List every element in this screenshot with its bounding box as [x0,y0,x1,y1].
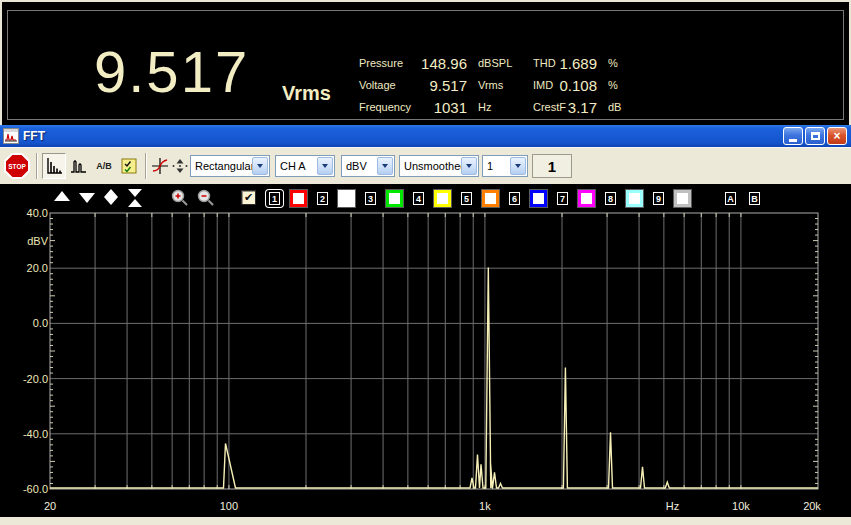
measurement-setup-button[interactable] [117,153,141,179]
minimize-button[interactable] [783,127,803,145]
svg-text:-40.0: -40.0 [23,428,48,440]
zoom-in-button[interactable] [170,188,190,212]
svg-text:Hz: Hz [666,500,679,512]
reading-value: 9.517 [405,77,469,94]
chevron-down-icon[interactable] [510,157,526,175]
cursor-markers-button[interactable] [170,153,190,179]
graph-client-area: 40.020.00.0-20.0-40.0-60.0dBV201001kHz10… [0,184,851,517]
zoom-out-icon [196,188,216,208]
reading-value: 1031 [405,99,469,116]
hourglass-icon [128,189,142,197]
curve-color-swatch-4[interactable] [434,190,451,207]
reading-unit: dBSPL [469,57,519,69]
combo-averages[interactable]: 1 [482,155,528,177]
zoom-in-icon [170,188,190,208]
chevron-down-icon[interactable] [377,157,393,175]
combo-smoothing[interactable]: Unsmoothed [399,155,479,177]
curve-color-swatch-5[interactable] [482,190,499,207]
maximize-button[interactable] [805,127,825,145]
reading-unit: % [599,57,629,69]
chevron-down-icon[interactable] [461,157,477,175]
spectrum-view-button[interactable] [42,153,66,179]
curve-color-swatch-7[interactable] [578,190,595,207]
curve-button-1[interactable]: 1 [266,190,283,207]
time-record-button[interactable] [67,153,91,179]
curve-button-7[interactable]: 7 [554,190,571,207]
scale-down-button[interactable] [79,193,95,203]
check-icon: ✔ [244,191,253,204]
minimize-icon [789,139,797,142]
average-counter: 1 [532,154,572,178]
curve-button-5[interactable]: 5 [458,190,475,207]
svg-text:40.0: 40.0 [27,207,48,219]
curve-button-8[interactable]: 8 [602,190,619,207]
reading-unit: Vrms [469,79,519,91]
combo-channel-value: CH A [276,160,317,172]
diamond-icon [104,189,118,197]
stop-button[interactable]: STOP [4,153,30,179]
reading-label: IMD [519,79,559,91]
reading-label: Voltage [359,79,405,91]
zoom-out-button[interactable] [196,188,216,212]
reading-label: Frequency [359,101,405,113]
curve-button-4[interactable]: 4 [410,190,427,207]
scale-up-button[interactable] [54,191,70,201]
curve-button-2[interactable]: 2 [314,190,331,207]
curve-color-swatch-9[interactable] [674,190,691,207]
setup-checklist-icon [119,156,139,176]
signal-record-icon [69,156,89,176]
main-value: 9.517 [94,38,249,105]
combo-smoothing-value: Unsmoothed [400,160,461,172]
reading-unit: Hz [469,101,519,113]
cursor-markers-icon [170,156,190,176]
curve-color-swatch-6[interactable] [530,190,547,207]
meter-readings: Pressure148.96dBSPLTHD1.689%Voltage9.517… [359,52,629,118]
arta-spectrum-analyzer: { "measurement_panel": { "main_value": "… [0,0,851,525]
svg-text:-60.0: -60.0 [23,483,48,495]
curve-button-6[interactable]: 6 [506,190,523,207]
fft-window: FFT × STOP A/B [0,125,851,525]
svg-text:dBV: dBV [27,235,48,247]
toolbar-separator [145,153,146,179]
overlay-ab-button[interactable]: A/B [92,153,116,179]
stop-icon: STOP [4,153,30,179]
curve-button-9[interactable]: 9 [650,190,667,207]
svg-text:20k: 20k [803,500,821,512]
curve-color-swatch-2[interactable] [338,190,355,207]
svg-text:0.0: 0.0 [33,317,48,329]
overlay-checkbox[interactable]: ✔ [241,190,256,205]
maximize-icon [811,132,820,140]
reading-unit: % [599,79,629,91]
reading-value: 0.108 [559,77,599,94]
overlay-b-button[interactable]: B [746,190,763,207]
combo-magnitude-unit-value: dBV [342,160,377,172]
reading-label: CrestF [519,101,559,113]
combo-fft-window-function[interactable]: Rectangular [190,155,270,177]
curve-color-swatch-1[interactable] [290,190,307,207]
combo-averages-value: 1 [483,160,510,172]
reading-value: 3.17 [559,99,599,116]
svg-text:20: 20 [44,500,56,512]
reading-value: 1.689 [559,55,599,72]
ab-overlay-icon: A/B [96,161,112,171]
combo-fft-window-function-value: Rectangular [191,160,252,172]
curve-color-swatch-3[interactable] [386,190,403,207]
curve-color-swatch-8[interactable] [626,190,643,207]
toolbar: STOP A/B [0,147,851,184]
svg-text:10k: 10k [732,500,750,512]
scaling-button[interactable] [149,153,170,179]
fft-spectrum-plot[interactable]: 40.020.00.0-20.0-40.0-60.0dBV201001kHz10… [0,184,851,517]
chevron-down-icon[interactable] [252,157,268,175]
svg-text:100: 100 [220,500,238,512]
close-button[interactable]: × [827,127,847,145]
scale-expand-button[interactable] [104,189,118,205]
titlebar[interactable]: FFT × [0,125,851,147]
curve-button-3[interactable]: 3 [362,190,379,207]
chevron-down-icon[interactable] [317,157,333,175]
combo-magnitude-unit[interactable]: dBV [341,155,395,177]
scale-compress-button[interactable] [128,189,142,207]
close-icon: × [833,129,840,143]
svg-text:20.0: 20.0 [27,262,48,274]
combo-channel[interactable]: CH A [275,155,335,177]
overlay-a-button[interactable]: A [722,190,739,207]
